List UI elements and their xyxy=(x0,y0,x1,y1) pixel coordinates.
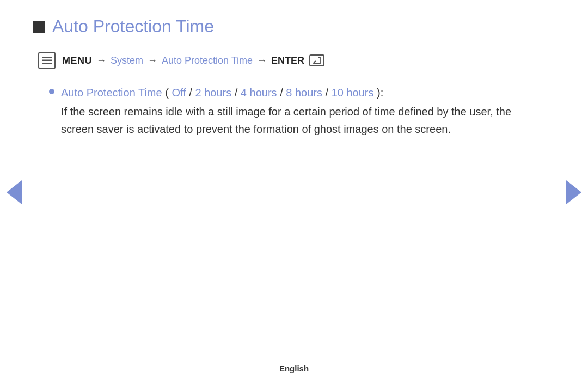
sep-4: / xyxy=(326,87,332,99)
option-10hours: 10 hours xyxy=(332,87,374,99)
bullet-section: Auto Protection Time ( Off / 2 hours / 4… xyxy=(33,84,544,138)
options-line: Auto Protection Time ( Off / 2 hours / 4… xyxy=(61,84,544,101)
sep-3: / xyxy=(280,87,286,99)
arrow-2: → xyxy=(148,55,157,66)
sep-1: / xyxy=(189,87,195,99)
menu-nav: MENU → System → Auto Protection Time → E… xyxy=(33,52,544,69)
close-paren: ): xyxy=(377,87,383,99)
option-name: Auto Protection Time xyxy=(61,87,162,99)
description-text: If the screen remains idle with a still … xyxy=(61,103,544,138)
enter-label: ENTER xyxy=(271,55,304,66)
svg-rect-2 xyxy=(42,63,52,64)
svg-rect-1 xyxy=(42,60,52,62)
nav-right-button[interactable] xyxy=(566,180,581,204)
bullet-item: Auto Protection Time ( Off / 2 hours / 4… xyxy=(49,84,544,138)
option-4hours: 4 hours xyxy=(241,87,277,99)
page-title-row: Auto Protection Time xyxy=(33,16,544,36)
footer-language: English xyxy=(279,364,309,373)
sep-2: / xyxy=(235,87,241,99)
nav-auto-protection: Auto Protection Time xyxy=(162,55,253,66)
option-2hours: 2 hours xyxy=(195,87,231,99)
main-content: Auto Protection Time MENU → System → Aut… xyxy=(0,0,588,138)
menu-label: MENU xyxy=(62,55,92,66)
page-title: Auto Protection Time xyxy=(52,16,214,36)
menu-icon xyxy=(38,52,56,69)
option-8hours: 8 hours xyxy=(286,87,322,99)
nav-system: System xyxy=(111,55,143,66)
option-off: Off xyxy=(171,87,186,99)
bullet-dot xyxy=(49,89,54,94)
nav-left-button[interactable] xyxy=(7,180,22,204)
svg-rect-0 xyxy=(42,57,52,58)
arrow-3: → xyxy=(257,55,267,66)
square-icon xyxy=(33,21,45,33)
open-paren: ( xyxy=(165,87,169,99)
arrow-1: → xyxy=(96,55,106,66)
enter-icon xyxy=(309,54,324,66)
bullet-text-block: Auto Protection Time ( Off / 2 hours / 4… xyxy=(61,84,544,138)
